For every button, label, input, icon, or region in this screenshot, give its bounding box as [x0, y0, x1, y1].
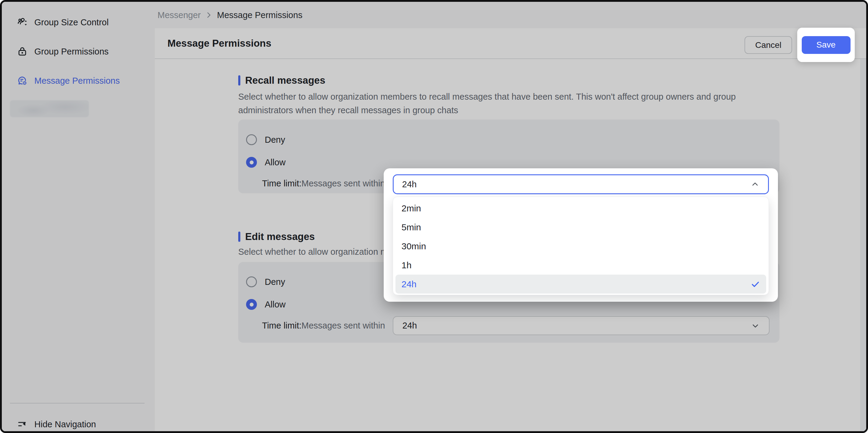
description-line: Select whether to allow organization mem…	[238, 90, 756, 103]
edit-time-limit-label: Time limit:Messages sent within	[262, 319, 385, 332]
message-gear-icon	[17, 75, 28, 86]
option-label: 30min	[401, 241, 426, 251]
select-value: 24h	[402, 321, 417, 331]
time-limit-text: Messages sent within	[302, 321, 385, 331]
lock-icon	[17, 46, 28, 57]
time-limit-options-menu: 2min 5min 30min 1h 24h	[393, 197, 769, 295]
section-title-recall: Recall messages	[238, 73, 325, 87]
sidebar-item-message-permissions[interactable]: Message Permissions	[6, 71, 151, 90]
sidebar-divider	[10, 403, 145, 403]
section-accent-bar	[238, 231, 240, 242]
breadcrumb-parent[interactable]: Messenger	[157, 10, 200, 20]
save-button[interactable]: Save	[802, 36, 850, 54]
time-limit-prefix: Time limit:	[262, 179, 302, 188]
sidebar-item-group-size-control[interactable]: Group Size Control	[6, 13, 151, 32]
app-window: Group Size Control Group Permissions Mes…	[0, 0, 868, 433]
radio-label: Deny	[265, 277, 285, 287]
option-label: 5min	[401, 222, 421, 233]
radio-checked-icon[interactable]	[246, 299, 257, 310]
section-description-recall: Select whether to allow organization mem…	[238, 90, 756, 117]
chevron-right-icon	[205, 11, 213, 19]
radio-checked-icon[interactable]	[246, 157, 257, 168]
edit-time-limit-select[interactable]: 24h	[393, 316, 770, 335]
radio-label: Allow	[265, 157, 285, 167]
save-button-highlight: Save	[797, 28, 855, 62]
option-5min[interactable]: 5min	[393, 218, 769, 237]
hide-navigation-label: Hide Navigation	[34, 420, 96, 429]
recall-allow-option[interactable]: Allow	[246, 156, 285, 168]
check-icon	[750, 279, 760, 289]
section-title-text: Recall messages	[245, 75, 325, 86]
hide-navigation-icon	[17, 419, 28, 430]
option-1h[interactable]: 1h	[393, 256, 769, 275]
hide-navigation-button[interactable]: Hide Navigation	[6, 415, 151, 433]
option-30min[interactable]: 30min	[393, 237, 769, 256]
sidebar-item-label: Group Permissions	[34, 47, 109, 57]
breadcrumb: Messenger Message Permissions	[157, 2, 302, 28]
option-label: 2min	[401, 203, 421, 214]
radio-label: Allow	[265, 300, 285, 310]
sidebar-item-label: Message Permissions	[34, 76, 120, 86]
recall-deny-option[interactable]: Deny	[246, 134, 285, 146]
sidebar-item-group-permissions[interactable]: Group Permissions	[6, 42, 151, 61]
time-limit-text: Messages sent within	[302, 179, 385, 188]
section-title-text: Edit messages	[245, 231, 315, 242]
section-accent-bar	[238, 75, 240, 86]
edit-allow-option[interactable]: Allow	[246, 299, 285, 310]
recall-time-limit-label: Time limit:Messages sent within	[262, 177, 385, 189]
time-limit-dropdown-panel: 24h 2min 5min 30min 1h 24h	[384, 168, 778, 302]
description-line: administrators when they recall messages…	[238, 103, 756, 117]
radio-label: Deny	[265, 135, 285, 145]
page-title: Message Permissions	[167, 28, 271, 58]
group-size-icon	[17, 17, 28, 28]
sidebar	[2, 2, 155, 431]
chevron-up-icon	[750, 180, 760, 189]
scrollbar-gutter[interactable]	[860, 59, 866, 431]
time-limit-prefix: Time limit:	[262, 321, 302, 331]
option-2min[interactable]: 2min	[393, 199, 769, 218]
option-label: 24h	[401, 279, 416, 289]
recall-time-limit-select[interactable]: 24h	[393, 174, 769, 194]
section-title-edit: Edit messages	[238, 230, 315, 244]
redacted-sidebar-item	[10, 100, 89, 117]
radio-unchecked-icon[interactable]	[246, 276, 257, 287]
chevron-down-icon	[751, 321, 760, 330]
option-label: 1h	[401, 260, 411, 270]
option-24h-selected[interactable]: 24h	[396, 275, 766, 293]
radio-unchecked-icon[interactable]	[246, 134, 257, 145]
sidebar-item-label: Group Size Control	[34, 18, 109, 27]
edit-deny-option[interactable]: Deny	[246, 276, 285, 288]
select-value: 24h	[402, 180, 416, 189]
cancel-button[interactable]: Cancel	[745, 36, 792, 54]
breadcrumb-current: Message Permissions	[217, 10, 302, 20]
